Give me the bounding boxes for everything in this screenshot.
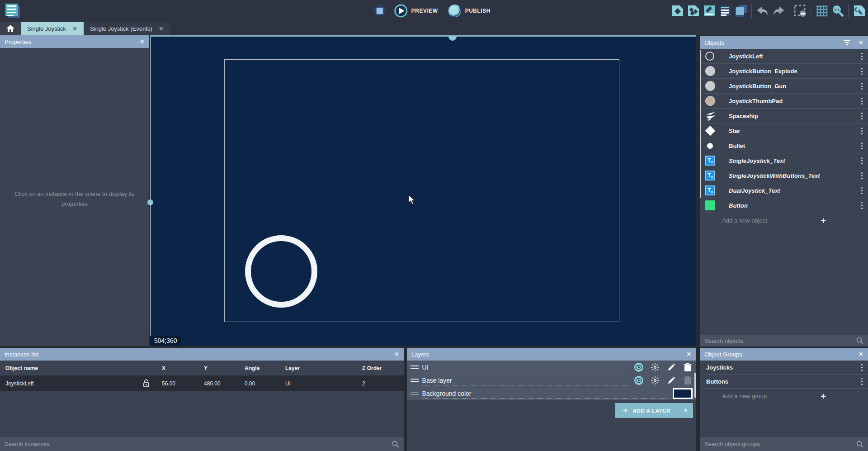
filter-icon[interactable]	[844, 40, 850, 45]
effects-icon[interactable]	[650, 375, 660, 385]
edit-pencil-icon[interactable]	[666, 362, 676, 372]
debug-tools-icon[interactable]	[852, 4, 866, 18]
redo-icon[interactable]	[771, 4, 785, 18]
undo-icon[interactable]	[755, 4, 769, 18]
effects-icon[interactable]	[650, 362, 660, 372]
object-row-joystickbutton_gun[interactable]: JoystickButton_Gun	[700, 79, 868, 94]
item-menu-icon[interactable]	[859, 156, 864, 166]
object-row-joystickthumbpad[interactable]: JoystickThumbPad	[700, 94, 868, 109]
svg-text:1:1: 1:1	[834, 8, 840, 12]
object-row-spaceship[interactable]: Spaceship	[700, 109, 868, 123]
close-tab-icon[interactable]: ✕	[72, 25, 77, 32]
splitter-handle-top[interactable]	[448, 36, 457, 41]
open-layers-panel-icon[interactable]	[734, 4, 748, 18]
column-header-layer: Layer	[280, 365, 357, 371]
item-menu-icon[interactable]	[859, 141, 864, 151]
add-layer-dropdown[interactable]: ▼	[678, 403, 693, 418]
open-properties-panel-icon[interactable]	[702, 4, 716, 18]
close-instances-icon[interactable]: ✕	[394, 351, 399, 358]
item-menu-icon[interactable]	[859, 96, 864, 106]
edit-pencil-icon[interactable]	[666, 375, 676, 385]
add-object-label: Add a new object	[705, 217, 784, 224]
layer-name-field[interactable]: Base layer	[422, 374, 629, 387]
toggle-selection-mask-icon[interactable]	[793, 4, 807, 18]
open-objects-panel-icon[interactable]	[670, 4, 684, 18]
object-row-star[interactable]: Star	[700, 123, 868, 138]
tab-single-joystick-events[interactable]: Single Joystick (Events) ✕	[84, 22, 170, 35]
instance-row-joystickleft[interactable]: JoystickLeft56.00480.000.00UI2	[0, 375, 404, 391]
canvas-left-splitter[interactable]	[150, 35, 151, 346]
delete-trash-icon[interactable]	[683, 362, 693, 372]
drag-handle-icon[interactable]	[410, 390, 419, 396]
close-objects-icon[interactable]: ✕	[858, 39, 863, 46]
layer-row-background-color[interactable]: Background color	[407, 387, 696, 400]
splitter-handle-left[interactable]	[147, 199, 153, 205]
preview-button[interactable]: PREVIEW	[392, 2, 441, 19]
object-row-singlejoystickwithbuttons_text[interactable]: TxSingleJoystickWithButtons_Text	[700, 168, 868, 183]
item-menu-icon[interactable]	[859, 66, 864, 76]
open-object-groups-panel-icon[interactable]	[686, 4, 700, 18]
column-header-angle: Angle	[239, 365, 280, 371]
main-menu-icon[interactable]	[4, 2, 22, 20]
layer-row-ui[interactable]: UI	[407, 361, 696, 374]
object-row-singlejoystick_text[interactable]: TxSingleJoystick_Text	[700, 153, 868, 168]
debugger-icon[interactable]	[373, 4, 387, 18]
drag-handle-icon[interactable]	[410, 377, 419, 383]
layer-row-base-layer[interactable]: Base layer	[407, 374, 696, 387]
text-icon: Tx	[705, 185, 725, 195]
lock-icon[interactable]	[136, 379, 156, 388]
canvas-top-splitter[interactable]	[150, 35, 696, 37]
close-tab-icon[interactable]: ✕	[159, 25, 164, 32]
drag-handle-icon[interactable]	[410, 364, 419, 370]
right-column: Objects ✕ JoystickLeftJoystickButton_Exp…	[700, 36, 868, 451]
group-row-joysticks[interactable]: Joysticks	[700, 361, 868, 375]
publish-button[interactable]: PUBLISH	[445, 2, 493, 19]
delete-trash-icon[interactable]	[683, 375, 693, 385]
item-menu-icon[interactable]	[859, 51, 864, 62]
background-color-swatch[interactable]	[673, 388, 693, 399]
object-row-joystickbutton_explode[interactable]: JoystickButton_Explode	[700, 64, 868, 79]
search-instances-input[interactable]	[5, 441, 392, 447]
objects-scrollbar[interactable]	[700, 50, 701, 198]
zoom-original-icon[interactable]: 1:1	[830, 4, 844, 18]
item-menu-icon[interactable]	[859, 362, 864, 373]
search-objects-input[interactable]	[704, 337, 856, 344]
object-row-dualjoystick_text[interactable]: TxDualJoystick_Text	[700, 183, 868, 198]
item-menu-icon[interactable]	[859, 200, 864, 211]
instance-cell: 56.00	[156, 380, 198, 387]
close-properties-icon[interactable]: ✕	[139, 38, 145, 45]
tab-single-joystick[interactable]: Single Joystick ✕	[21, 22, 84, 35]
item-menu-icon[interactable]	[859, 81, 864, 91]
open-instances-list-icon[interactable]	[718, 4, 732, 18]
top-toolbar: PREVIEW PUBLISH	[0, 0, 868, 22]
add-layer-button[interactable]: + ADD A LAYER ▼	[615, 403, 693, 418]
item-menu-icon[interactable]	[859, 126, 864, 136]
add-group-button[interactable]: Add a new group +	[700, 389, 868, 404]
circle-gray-icon	[705, 81, 725, 91]
object-name: JoystickButton_Gun	[725, 83, 859, 90]
layers-scrollbar[interactable]	[694, 373, 696, 398]
group-row-buttons[interactable]: Buttons	[700, 375, 868, 389]
toolbar-separator	[848, 4, 849, 18]
item-menu-icon[interactable]	[859, 376, 864, 387]
visibility-eye-icon[interactable]	[634, 375, 644, 385]
layer-name-field[interactable]: UI	[422, 361, 629, 374]
toggle-grid-icon[interactable]	[815, 4, 829, 18]
object-row-joystickleft[interactable]: JoystickLeft	[700, 49, 868, 64]
item-menu-icon[interactable]	[859, 111, 864, 121]
layer-name-field[interactable]: Background color	[422, 387, 669, 400]
object-row-bullet[interactable]: Bullet	[700, 138, 868, 153]
home-tab-button[interactable]	[0, 22, 21, 35]
item-menu-icon[interactable]	[859, 171, 864, 181]
diamond-icon	[705, 127, 725, 134]
item-menu-icon[interactable]	[859, 185, 864, 196]
visibility-eye-icon[interactable]	[634, 362, 644, 372]
close-groups-icon[interactable]: ✕	[858, 351, 863, 358]
add-object-button[interactable]: Add a new object +	[700, 213, 868, 228]
search-object-groups-input[interactable]	[704, 441, 856, 447]
toolbar-separator	[789, 4, 789, 18]
joystick-instance[interactable]	[245, 235, 317, 308]
scene-canvas[interactable]: 504;360	[150, 35, 696, 346]
close-layers-icon[interactable]: ✕	[686, 351, 692, 358]
object-row-button[interactable]: Button	[700, 198, 868, 213]
